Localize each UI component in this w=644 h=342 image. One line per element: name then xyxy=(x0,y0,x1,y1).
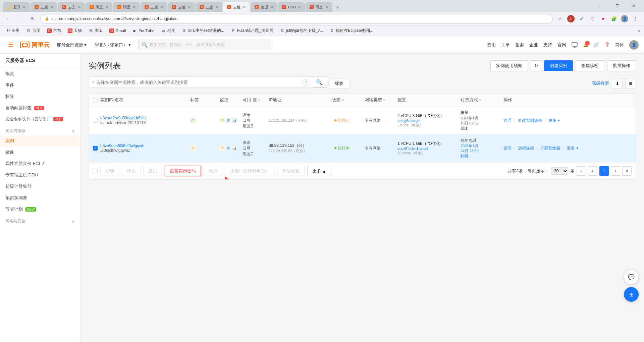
extension-button-2[interactable]: ▽ xyxy=(588,14,597,23)
extension-button[interactable]: ✔ xyxy=(577,14,586,23)
page-last-button[interactable]: » xyxy=(622,166,632,176)
tab-close-9[interactable]: ✕ xyxy=(243,5,246,9)
row1-change-spec-link[interactable]: 更改实例规格 xyxy=(518,118,542,123)
sidebar-section-instance[interactable]: 实例与镜像 ∧ xyxy=(0,125,80,135)
tab-close-10[interactable]: ✕ xyxy=(270,5,273,9)
tag-filter-button[interactable]: 标签 xyxy=(329,78,349,89)
bookmark-gmail[interactable]: G Gmail xyxy=(107,27,128,35)
tab-11[interactable]: CCSD✕ xyxy=(278,2,305,12)
header-monitor-icon[interactable] xyxy=(572,42,578,48)
tab-close-4[interactable]: ✕ xyxy=(105,5,108,9)
tab-close-8[interactable]: ✕ xyxy=(215,5,218,9)
tab-1[interactable]: 🌙登录✕ xyxy=(3,2,30,12)
tab-7[interactable]: ↻云服✕ xyxy=(168,2,195,12)
release-settings-button[interactable]: 释放设置 xyxy=(277,166,305,176)
user-account-button[interactable]: 👤 xyxy=(620,14,629,23)
tab-8[interactable]: ↻云服✕ xyxy=(196,2,222,12)
filter-help-button[interactable]: ? xyxy=(303,79,309,86)
sidebar-item-tags[interactable]: 标签 xyxy=(0,91,80,102)
action-bar-checkbox[interactable] xyxy=(93,169,98,173)
back-button[interactable]: ← xyxy=(4,14,13,23)
tab-4[interactable]: ↻阿里✕ xyxy=(86,2,112,12)
tab-close-12[interactable]: ✕ xyxy=(325,5,328,9)
row2-remote-link[interactable]: 远程连接 xyxy=(518,146,534,151)
bookmark-stl[interactable]: S STL中的set容器的... xyxy=(179,27,227,35)
page-first-button[interactable]: « xyxy=(577,166,586,176)
row1-checkbox[interactable] xyxy=(93,118,98,123)
header-ticket[interactable]: 工单 xyxy=(501,42,510,48)
tab-6[interactable]: ↻云服✕ xyxy=(141,2,167,12)
search-button[interactable]: 🔍 xyxy=(313,77,326,88)
row2-monitor-shield[interactable]: 🛡 xyxy=(220,146,225,151)
row1-config-type[interactable]: ecs.g6e.large xyxy=(397,119,458,123)
extension-btn-3[interactable]: ♥ xyxy=(598,14,608,23)
region-selector[interactable]: 华北3（张家口） ▾ xyxy=(91,41,134,49)
bookmark-flash[interactable]: F Flash练习题_淘豆网 xyxy=(228,27,276,35)
sidebar-item-savings[interactable]: 节省计划 NEW xyxy=(0,204,80,215)
row2-monitor-windows[interactable]: ⊞ xyxy=(226,146,231,151)
row2-config-type[interactable]: ecs.t5-lc1m1.small xyxy=(397,147,458,151)
reload-button[interactable]: ↻ xyxy=(28,14,38,23)
tab-close-3[interactable]: ✕ xyxy=(78,5,81,9)
stop-button[interactable]: 停止 xyxy=(122,166,141,176)
select-all-checkbox[interactable] xyxy=(93,98,98,102)
row1-manage-link[interactable]: 管理 xyxy=(503,118,512,123)
header-fee[interactable]: 费用 xyxy=(487,42,496,48)
settings-button[interactable]: ⚙ xyxy=(625,78,636,89)
sidebar-item-image[interactable]: 镜像 xyxy=(0,147,80,158)
advanced-search-button[interactable]: 高级搜索 xyxy=(592,80,609,87)
header-search-bar[interactable]: 🔍 搜索文档、控制台、API、解决方案和资源 xyxy=(138,40,272,50)
grid-float-button[interactable]: ⊞ xyxy=(624,287,639,302)
tab-close-11[interactable]: ✕ xyxy=(298,5,301,9)
page-next-button[interactable]: › xyxy=(611,166,620,176)
sidebar-item-events[interactable]: 事件 xyxy=(0,79,80,91)
account-resources-btn[interactable]: 账号全部资源 ▾ xyxy=(54,41,90,49)
instance-notice-button[interactable]: 实例使用须知 xyxy=(490,60,528,71)
tab-close-1[interactable]: ✕ xyxy=(23,5,26,9)
address-bar[interactable]: 🔒 ecs-cn-zhangjiakou.console.aliyun.com/… xyxy=(40,14,553,23)
row2-monitor-chart[interactable]: 📊 xyxy=(232,146,237,151)
create-instance-button[interactable]: 创建实例 xyxy=(544,60,573,71)
header-bell-icon[interactable]: 🔔 · xyxy=(583,42,588,47)
bookmark-star-button[interactable]: ☆ xyxy=(555,14,565,23)
tab-10[interactable]: ↻管理✕ xyxy=(251,2,277,12)
page-prev-button[interactable]: ‹ xyxy=(588,166,597,176)
create-diagnose-button[interactable]: 创建诊断 xyxy=(576,60,604,71)
header-support[interactable]: 支持 xyxy=(543,42,552,48)
chat-float-button[interactable]: 💬 xyxy=(624,270,639,284)
sidebar-item-reserved[interactable]: 预留实例券 xyxy=(0,192,80,204)
sidebar-item-hpc[interactable]: 超级计算集群 xyxy=(0,181,80,192)
minimize-button[interactable]: — xyxy=(594,1,609,11)
tab-close-6[interactable]: ✕ xyxy=(160,5,163,9)
row2-manage-link[interactable]: 管理 xyxy=(503,146,512,151)
page-size-select[interactable]: 20 50 100 xyxy=(551,167,568,175)
bookmark-baidu[interactable]: 百 百度 xyxy=(23,27,43,35)
row1-monitor-shield[interactable]: 🛡 xyxy=(220,118,225,123)
header-beian[interactable]: 备案 xyxy=(515,42,524,48)
reset-password-button[interactable]: 重置实例密码 xyxy=(165,166,201,176)
page-1-button[interactable]: 1 xyxy=(599,166,609,176)
bookmark-maps[interactable]: ◎ 地图 xyxy=(159,27,178,35)
sidebar-item-overview[interactable]: 概览 xyxy=(0,68,80,79)
row1-instance-id[interactable]: i-8vber2m9d03gqk1h6zfu xyxy=(100,116,187,120)
bookmark-tianmao[interactable]: 猫 天猫 xyxy=(65,27,85,35)
close-button[interactable]: ✕ xyxy=(626,1,641,11)
bookmark-eclipse[interactable]: C 如何在Eclipse使用j... xyxy=(327,27,376,35)
tab-12[interactable]: C写文✕ xyxy=(306,2,332,12)
download-button[interactable]: ⬇ xyxy=(612,78,623,89)
profile-button[interactable]: 人 xyxy=(566,14,576,23)
header-enterprise[interactable]: 企业 xyxy=(529,42,538,48)
start-button[interactable]: 启动 xyxy=(100,166,119,176)
tab-close-2[interactable]: ✕ xyxy=(50,5,53,9)
row2-tag-icon-1[interactable]: 🏷 xyxy=(190,146,196,151)
sidebar-item-eci[interactable]: 弹性容器实例 ECI ↗ xyxy=(0,158,80,169)
row2-more-link[interactable]: 更多 ▾ xyxy=(567,146,578,151)
bookmark-jstl[interactable]: C jstl的jar包的下载_J... xyxy=(277,27,326,35)
sidebar-item-troubleshoot[interactable]: 自助问题排查 HOT xyxy=(0,102,80,114)
tab-9-active[interactable]: ↻云服✕ xyxy=(223,2,250,12)
filter-input[interactable] xyxy=(96,80,301,85)
bookmark-youtube[interactable]: ▶ YouTube xyxy=(130,27,157,35)
sidebar-section-network[interactable]: 网络与安全 ∧ xyxy=(0,215,80,225)
maximize-button[interactable]: ❐ xyxy=(610,1,625,11)
bookmark-apps[interactable]: ⠿ 应用 xyxy=(4,27,22,35)
